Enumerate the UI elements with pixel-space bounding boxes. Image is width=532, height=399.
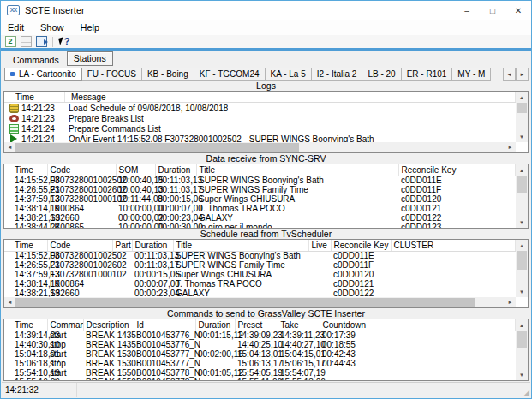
column-header[interactable]: Title xyxy=(173,240,308,251)
scroll-right-icon[interactable]: ► xyxy=(505,142,516,152)
scroll-up-icon[interactable]: ▲ xyxy=(516,164,528,176)
station-tab[interactable]: LA - Cartoonito xyxy=(4,68,82,81)
scroll-track[interactable] xyxy=(15,297,505,307)
log-message: Prepare Breaks List xyxy=(69,114,144,123)
scroll-up-icon[interactable]: ▲ xyxy=(516,319,528,331)
station-tab[interactable]: MY - M xyxy=(452,68,491,81)
table-row[interactable]: 15:54:10,19startBREAK 1550B0010453778_N0… xyxy=(4,368,516,378)
menu-item[interactable]: Show xyxy=(40,22,64,33)
table-row[interactable]: 14:26:55,21F30732800100260210:00:40,1300… xyxy=(4,185,516,194)
scroll-track[interactable] xyxy=(516,331,528,369)
column-header[interactable]: Preset xyxy=(235,319,278,331)
vertical-scrollbar[interactable]: ▲ ▼ xyxy=(516,164,528,228)
scroll-track[interactable] xyxy=(516,176,528,217)
column-header[interactable]: Countdown xyxy=(320,319,516,331)
table-row[interactable]: 14:38:14,19LK0086400:00:07,00T. Thomas T… xyxy=(4,279,516,289)
menu-item[interactable]: Help xyxy=(81,22,100,33)
scroll-right-icon[interactable]: ► xyxy=(505,297,516,307)
station-tab[interactable]: KB - Boing xyxy=(142,68,194,81)
maximize-button[interactable]: □ xyxy=(480,1,505,20)
table-row[interactable]: 14:26:55,21F30732800100260200:11:03,17SU… xyxy=(4,260,516,270)
table-row[interactable]: 14:38:44,23LK0086510:00:00,0000:00:30,00… xyxy=(4,223,516,229)
toolbar-button[interactable] xyxy=(18,35,33,48)
log-row[interactable]: 14:21:23 Prepare Breaks List xyxy=(4,113,528,123)
table-row[interactable]: 15:55:16,06stopBREAK 1550B0010453778_N15… xyxy=(4,378,516,381)
column-header[interactable]: Duration xyxy=(155,164,196,176)
log-row[interactable]: 14:21:23 Load Schedule of 09/08/2018, 10… xyxy=(4,103,528,113)
context-help-button[interactable]: ? xyxy=(57,35,72,48)
vertical-scrollbar[interactable]: ▲ ▼ xyxy=(516,319,528,380)
column-header[interactable]: Title xyxy=(196,164,398,176)
column-header[interactable]: Command xyxy=(47,319,83,331)
table-cell: 10:00:00,00 xyxy=(116,223,155,229)
scroll-left-icon[interactable]: ◄ xyxy=(4,297,15,307)
column-header[interactable]: Description xyxy=(83,319,134,331)
table-row[interactable]: 14:40:30,10stopBREAK 1435B0010453776_N14… xyxy=(4,340,516,349)
toolbar-button[interactable] xyxy=(33,35,49,48)
column-header[interactable]: Duration xyxy=(132,240,173,251)
station-tab[interactable]: I2 - Italia 2 xyxy=(312,68,363,81)
toolbar-button[interactable]: 2 xyxy=(3,35,18,48)
logs-column-time[interactable]: Time xyxy=(4,92,65,102)
station-tab[interactable]: KF - TGCOM24 xyxy=(194,68,266,81)
column-header[interactable]: CLUSTER xyxy=(391,240,516,251)
scroll-thumb[interactable] xyxy=(15,143,299,152)
main-tab[interactable]: Stations xyxy=(67,51,113,66)
column-header[interactable]: Time xyxy=(4,164,47,176)
scroll-thumb[interactable] xyxy=(517,176,527,193)
table-row[interactable]: 14:38:14,19LK0086410:00:00,0000:00:07,00… xyxy=(4,204,516,213)
table-row[interactable]: 15:06:18,17stopBREAK 1530B0010453777_N15… xyxy=(4,359,516,368)
station-tab[interactable]: KA - La 5 xyxy=(266,68,312,81)
main-tab[interactable]: Commands xyxy=(7,54,65,67)
vertical-scrollbar[interactable]: ▲ ▼ xyxy=(516,92,528,142)
table-row[interactable]: 14:39:14,23startBREAK 1435B0010453776_N0… xyxy=(4,331,516,340)
close-button[interactable]: ✕ xyxy=(505,1,531,20)
column-header[interactable]: Code xyxy=(47,164,116,176)
scroll-down-icon[interactable]: ▼ xyxy=(516,369,528,380)
column-header[interactable]: Part xyxy=(112,240,132,251)
station-tab[interactable]: ER - R101 xyxy=(402,68,453,81)
scroll-down-icon[interactable]: ▼ xyxy=(516,131,528,142)
column-header[interactable]: Id xyxy=(134,319,195,331)
scroll-track[interactable] xyxy=(516,251,528,286)
column-header[interactable]: Reconcile Key xyxy=(331,240,391,251)
scroll-up-icon[interactable]: ▲ xyxy=(516,92,528,103)
column-header[interactable]: Duration xyxy=(195,319,235,331)
scroll-thumb[interactable] xyxy=(517,103,527,113)
log-row[interactable]: 14:21:24 Prepare Commands List xyxy=(4,123,528,134)
resize-grip-icon[interactable]: ◢ xyxy=(524,390,529,396)
column-header[interactable]: Reconcile Key xyxy=(398,164,516,176)
table-row[interactable]: 14:38:21,19S3266000:00:00,0200:00:23,04G… xyxy=(4,213,516,223)
table-cell: 00:00:00,02 xyxy=(116,213,155,223)
scroll-thumb[interactable] xyxy=(15,298,475,307)
tab-scroll-right-icon[interactable]: ► xyxy=(516,68,529,81)
table-row[interactable]: 14:37:59,13F30732800100010210:11:44,0800… xyxy=(4,194,516,204)
scroll-down-icon[interactable]: ▼ xyxy=(516,217,528,228)
column-header[interactable]: Time xyxy=(4,240,47,251)
vertical-scrollbar[interactable]: ▲ ▼ xyxy=(516,240,528,297)
tab-scroll-left-icon[interactable]: ◄ xyxy=(503,68,516,81)
column-header[interactable]: Take xyxy=(278,319,320,331)
menu-item[interactable]: Edit xyxy=(8,22,24,33)
table-row[interactable]: 15:04:18,01startBREAK 1530B0010453777_N0… xyxy=(4,349,516,359)
horizontal-scrollbar[interactable]: ◄ ► xyxy=(4,142,516,152)
logs-column-message[interactable]: Message xyxy=(65,92,516,102)
horizontal-scrollbar[interactable]: ◄ ► xyxy=(4,297,516,307)
station-tab[interactable]: FU - FOCUS xyxy=(82,68,142,81)
station-tab[interactable]: LB - 20 xyxy=(362,68,401,81)
scroll-left-icon[interactable]: ◄ xyxy=(4,142,15,152)
minimize-button[interactable]: – xyxy=(454,1,480,20)
scroll-track[interactable] xyxy=(516,103,528,131)
scroll-track[interactable] xyxy=(15,142,505,152)
table-row[interactable]: 14:15:52,08F30732800100250210:00:40,1500… xyxy=(4,176,516,185)
scroll-down-icon[interactable]: ▼ xyxy=(516,286,528,297)
column-header[interactable]: Code xyxy=(47,240,112,251)
column-header[interactable]: SOM xyxy=(116,164,155,176)
scroll-up-icon[interactable]: ▲ xyxy=(516,240,528,251)
column-header[interactable]: Time xyxy=(4,319,47,331)
scroll-thumb[interactable] xyxy=(517,251,527,270)
scroll-thumb[interactable] xyxy=(517,331,527,348)
table-row[interactable]: 14:37:59,13F30732800100010200:00:15,06Su… xyxy=(4,270,516,279)
column-header[interactable]: Live xyxy=(308,240,331,251)
table-row[interactable]: 14:15:52,08F30732800100250200:11:03,13SU… xyxy=(4,251,516,260)
